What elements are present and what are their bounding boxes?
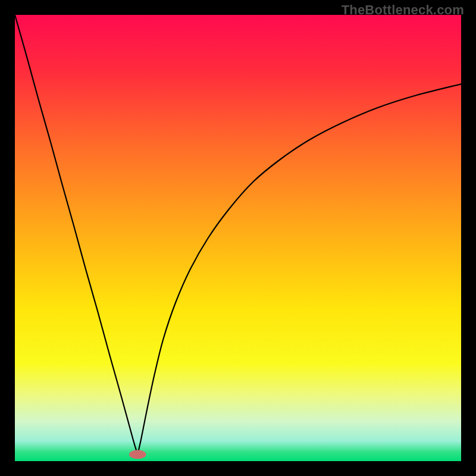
bottleneck-curve-chart [15,15,461,461]
chart-frame: TheBottleneck.com [0,0,476,476]
bottleneck-marker [129,450,146,459]
plot-area [15,15,461,461]
gradient-background [15,15,461,461]
watermark-text: TheBottleneck.com [342,2,464,18]
